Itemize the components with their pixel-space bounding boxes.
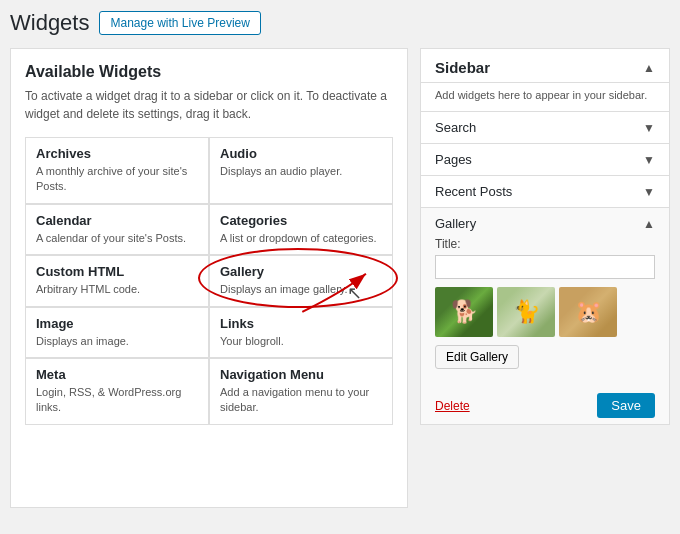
sidebar-panel: Sidebar ▲ Add widgets here to appear in … <box>420 48 670 425</box>
widget-name-custom-html: Custom HTML <box>36 264 198 279</box>
widget-desc-audio: Displays an audio player. <box>220 164 382 179</box>
widget-desc-custom-html: Arbitrary HTML code. <box>36 282 198 297</box>
widget-gallery[interactable]: Gallery Displays an image gallery. ↖ <box>209 255 393 306</box>
gallery-widget-content: Title: Edit Gallery <box>421 237 669 387</box>
widget-desc-categories: A list or dropdown of categories. <box>220 231 382 246</box>
search-chevron-icon: ▼ <box>643 121 655 135</box>
gallery-expanded-widget: Gallery ▲ Title: Edit Gallery Delete Sav… <box>421 207 669 424</box>
widget-custom-html[interactable]: Custom HTML Arbitrary HTML code. <box>25 255 209 306</box>
sidebar-widget-recent-posts[interactable]: Recent Posts ▼ <box>421 175 669 207</box>
widget-meta[interactable]: Meta Login, RSS, & WordPress.org links. <box>25 358 209 425</box>
sidebar-widget-search[interactable]: Search ▼ <box>421 111 669 143</box>
widget-desc-image: Displays an image. <box>36 334 198 349</box>
sidebar-widget-pages-label: Pages <box>435 152 472 167</box>
gallery-image-3 <box>559 287 617 337</box>
gallery-save-button[interactable]: Save <box>597 393 655 418</box>
gallery-image-2 <box>497 287 555 337</box>
widget-calendar[interactable]: Calendar A calendar of your site's Posts… <box>25 204 209 255</box>
gallery-title-label: Title: <box>435 237 655 251</box>
widget-name-image: Image <box>36 316 198 331</box>
gallery-widget-footer: Delete Save <box>421 387 669 424</box>
widget-desc-meta: Login, RSS, & WordPress.org links. <box>36 385 198 416</box>
sidebar-subtitle: Add widgets here to appear in your sideb… <box>421 83 669 111</box>
widget-name-calendar: Calendar <box>36 213 198 228</box>
widget-links[interactable]: Links Your blogroll. <box>209 307 393 358</box>
gallery-image-1 <box>435 287 493 337</box>
widget-audio[interactable]: Audio Displays an audio player. <box>209 137 393 204</box>
widget-name-categories: Categories <box>220 213 382 228</box>
gallery-delete-link[interactable]: Delete <box>435 399 470 413</box>
widget-categories[interactable]: Categories A list or dropdown of categor… <box>209 204 393 255</box>
widget-archives[interactable]: Archives A monthly archive of your site'… <box>25 137 209 204</box>
gallery-widget-header[interactable]: Gallery ▲ <box>421 208 669 237</box>
widgets-panel: Available Widgets To activate a widget d… <box>10 48 408 508</box>
edit-gallery-button[interactable]: Edit Gallery <box>435 345 519 369</box>
widgets-instruction: To activate a widget drag it to a sideba… <box>25 87 393 123</box>
sidebar-widget-recent-posts-label: Recent Posts <box>435 184 512 199</box>
widget-grid: Archives A monthly archive of your site'… <box>25 137 393 425</box>
widget-desc-links: Your blogroll. <box>220 334 382 349</box>
sidebar-title: Sidebar <box>435 59 490 76</box>
widget-name-audio: Audio <box>220 146 382 161</box>
sidebar-widget-pages[interactable]: Pages ▼ <box>421 143 669 175</box>
widget-name-navigation-menu: Navigation Menu <box>220 367 382 382</box>
widget-image[interactable]: Image Displays an image. <box>25 307 209 358</box>
sidebar-header: Sidebar ▲ <box>421 49 669 83</box>
gallery-images-preview <box>435 287 655 337</box>
page-title: Widgets <box>10 10 89 36</box>
available-widgets-heading: Available Widgets <box>25 63 393 81</box>
sidebar-collapse-icon[interactable]: ▲ <box>643 61 655 75</box>
widget-desc-gallery: Displays an image gallery. <box>220 282 382 297</box>
widget-desc-calendar: A calendar of your site's Posts. <box>36 231 198 246</box>
widget-desc-archives: A monthly archive of your site's Posts. <box>36 164 198 195</box>
widget-desc-navigation-menu: Add a navigation menu to your sidebar. <box>220 385 382 416</box>
manage-preview-button[interactable]: Manage with Live Preview <box>99 11 260 35</box>
widget-name-archives: Archives <box>36 146 198 161</box>
recent-posts-chevron-icon: ▼ <box>643 185 655 199</box>
gallery-title-input[interactable] <box>435 255 655 279</box>
widget-name-gallery: Gallery <box>220 264 382 279</box>
widget-navigation-menu[interactable]: Navigation Menu Add a navigation menu to… <box>209 358 393 425</box>
widget-name-meta: Meta <box>36 367 198 382</box>
gallery-widget-label: Gallery <box>435 216 476 231</box>
gallery-chevron-icon: ▲ <box>643 217 655 231</box>
widget-name-links: Links <box>220 316 382 331</box>
pages-chevron-icon: ▼ <box>643 153 655 167</box>
sidebar-widget-search-label: Search <box>435 120 476 135</box>
